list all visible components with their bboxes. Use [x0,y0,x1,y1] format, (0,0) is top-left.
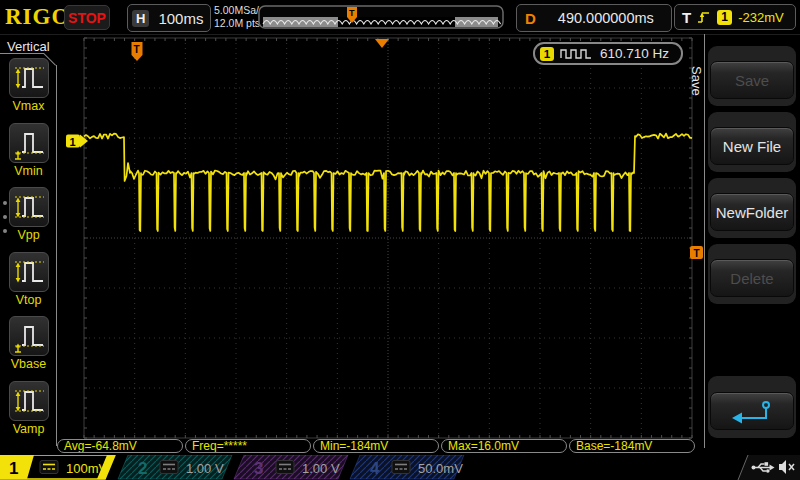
menu-item-label: Vtop [0,293,57,307]
left-menu-item-vamp[interactable]: Vamp [0,381,57,436]
left-menu-item-vbase[interactable]: Vbase [0,316,57,371]
acquisition-info: 5.00MSa/s 12.0M pts [214,4,264,30]
vpp-icon [11,189,47,225]
left-menu-tab-line [0,53,44,54]
left-menu-title: Vertical [7,39,50,54]
measurement-readouts: Avg=-64.8mVFreq=*****Min=-184mVMax=16.0m… [57,439,695,453]
measure-button-vpp[interactable] [9,187,49,227]
trigger-position-triangle-icon[interactable] [375,39,389,48]
square-wave-icon [560,48,594,60]
channel-1-status[interactable]: 1100mV [0,455,115,479]
menu-item-label: Vamp [0,422,57,436]
vmax-icon [11,60,47,96]
rising-edge-icon [697,9,711,25]
trigger-source-badge: 1 [717,10,732,25]
freq-counter-source-badge: 1 [540,47,554,61]
right-menu-divider [704,34,705,448]
freq-counter-value: 610.710 Hz [600,46,669,61]
vmin-icon [11,125,47,161]
measurement-readout-1: Freq=***** [185,439,311,453]
channel-number: 3 [254,459,263,478]
newfolder-button[interactable]: NewFolder [710,193,794,231]
menu-item-label: Vmin [0,164,57,178]
delay-value: 490.000000ms [558,10,654,26]
trigger-label: T [682,9,691,26]
svg-text:T: T [349,8,355,18]
menu-item-label: Vpp [0,228,57,242]
horizontal-timebase-box[interactable]: H 100ms [127,4,211,32]
run-stop-status[interactable]: STOP [64,5,110,30]
svg-text:T: T [134,44,140,55]
timebase-value: 100ms [158,10,203,27]
delay-label: D [525,10,536,27]
menu-item-label: Vbase [0,357,57,371]
channel-scale: 1.00 V [302,461,340,476]
channel-scale: 50.0mV [418,461,463,476]
return-arrow-icon [728,398,776,426]
trigger-time-marker[interactable]: T [132,42,143,61]
status-icons-panel [738,455,800,480]
menu-item-label: Vmax [0,99,57,113]
svg-text:1: 1 [70,136,76,148]
left-menu-item-vtop[interactable]: Vtop [0,252,57,307]
measurement-readout-4: Base=-184mV [569,439,695,453]
top-bar: RIGOL STOP H 100ms 5.00MSa/s 12.0M pts T… [0,0,800,35]
measure-button-vbase[interactable] [9,316,49,356]
channel-number: 1 [9,459,18,478]
measurement-readout-2: Min=-184mV [313,439,439,453]
coupling-icon [40,461,58,474]
channel-scale: 100mV [66,461,108,476]
trigger-box[interactable]: T 1 -232mV [674,4,796,30]
memory-position-graphic: T [258,5,504,30]
channel-number: 2 [138,459,147,478]
coupling-icon [160,461,178,474]
trigger-level-marker[interactable]: T [690,246,703,259]
channel-status-bar: 1100mV21.00 V31.00 V450.0mV [0,455,800,480]
channel-scale: 1.00 V [186,461,224,476]
measure-button-vtop[interactable] [9,252,49,292]
new-file-button[interactable]: New File [710,127,794,165]
channel-2-status[interactable]: 21.00 V [118,455,232,479]
measurement-readout-0: Avg=-64.8mV [57,439,183,453]
delete-button: Delete [710,259,794,297]
waveform-display: 1TT [0,0,800,480]
memory-depth: 12.0M pts [214,17,264,30]
left-menu-item-vmax[interactable]: Vmax [0,58,57,113]
vtop-icon [11,254,47,290]
sample-rate: 5.00MSa/s [214,4,264,17]
measure-button-vamp[interactable] [9,381,49,421]
save-button: Save [710,61,794,99]
trigger-level-value: -232mV [738,10,784,25]
svg-text:T: T [694,248,700,259]
channel-number: 4 [370,459,380,478]
vamp-icon [11,383,47,419]
measure-button-vmin[interactable] [9,123,49,163]
oscilloscope-screen: 1TT RIGOL STOP H 100ms 5.00MSa/s 12.0M p… [0,0,800,480]
measurement-readout-3: Max=16.0mV [441,439,567,453]
coupling-icon [392,461,410,474]
coupling-icon [276,461,294,474]
measure-button-vmax[interactable] [9,58,49,98]
frequency-counter: 1 610.710 Hz [533,42,683,65]
horizontal-label: H [132,10,149,27]
memory-position-bar: T [258,5,504,30]
channel-4-status[interactable]: 450.0mV [350,455,464,479]
channel-3-status[interactable]: 31.00 V [234,455,348,479]
left-menu-item-vmin[interactable]: Vmin [0,123,57,178]
right-menu-tab: Save [689,66,704,96]
left-menu-item-vpp[interactable]: Vpp [0,187,57,242]
back-button[interactable] [710,392,794,430]
vbase-icon [11,318,47,354]
delay-box[interactable]: D 490.000000ms [516,4,672,32]
menu-page-dots [3,201,7,243]
